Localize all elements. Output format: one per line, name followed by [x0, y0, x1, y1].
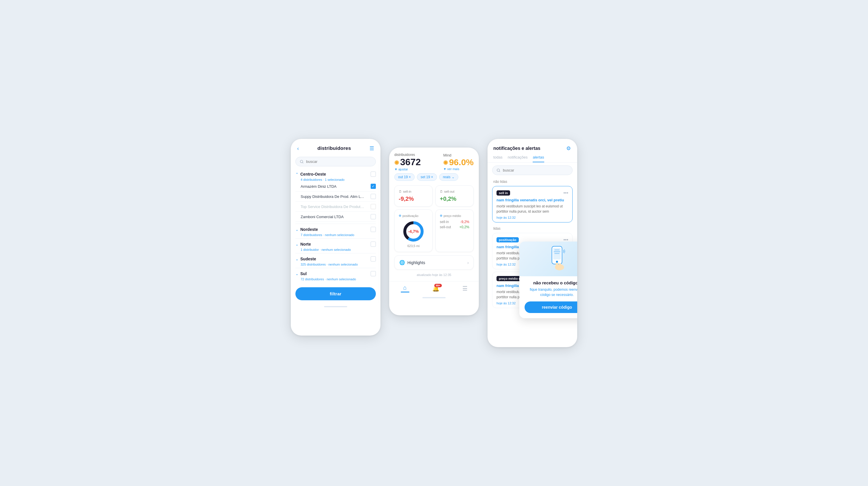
globe-icon: 🌐 [399, 260, 405, 265]
checkbox-armazem[interactable]: ✓ [371, 184, 376, 189]
search-input-1[interactable] [306, 159, 372, 164]
preco-icon: ⊕ [440, 214, 442, 218]
notif-badge: 99+ [434, 284, 441, 287]
region-sul: ⌄ Sul 72 distribuidores · nenhum selecio… [296, 270, 376, 281]
svg-rect-14 [556, 263, 558, 268]
distributor-name-topservice: Top Service Distribuidora De Produtos De… [301, 204, 364, 209]
region-nordeste: ⌄ Nordeste 7 distribuidores · nenhum sel… [296, 226, 376, 237]
svg-point-9 [556, 261, 558, 263]
sellin-icon: 🗒 [399, 190, 402, 193]
checkbox-topservice[interactable] [371, 204, 376, 209]
region-sub-sul: 72 distribuidores · nenhum selecionado [301, 278, 376, 281]
region-norte: ⌄ Norte 1 distribuidor · nenhum selecion… [296, 240, 376, 251]
num-icon: ◉ [394, 159, 399, 165]
region-header-norte[interactable]: ⌄ Norte [296, 240, 376, 248]
popup-subtitle: fique tranquilo, podemos reenviar o códi… [525, 287, 577, 297]
nav-indicator [401, 292, 409, 292]
sell-out-card: 🗒 sell-out +0,2% [435, 186, 474, 206]
nav-list-button[interactable]: ☰ [462, 285, 468, 292]
distributor-name-suppy: Suppy Distribuidora De Prod. Alim LTDA [301, 194, 364, 199]
nav-home-button[interactable]: ⌂ [401, 284, 409, 292]
svg-point-5 [497, 169, 500, 171]
notif-title-0: nam fringilla venenatis orci, vel pretiu [496, 198, 568, 202]
filter-list-icon[interactable]: ☰ [369, 144, 375, 152]
region-sub-nordeste: 7 distribuidores · nenhum selecionado [301, 233, 376, 237]
p2-brand-col: distribuidores ◉ 3672 ▼ ajustar [394, 153, 421, 171]
search-input-3[interactable] [503, 168, 568, 172]
phone3-title: notificações e alertas [493, 146, 540, 151]
distributor-suppy[interactable]: Suppy Distribuidora De Prod. Alim LTDA [296, 192, 376, 202]
checkbox-suppy[interactable] [371, 194, 376, 199]
chevron-currency-icon: ⌄ [452, 175, 455, 179]
checkbox-zamboni[interactable] [371, 214, 376, 219]
region-header-sul[interactable]: ⌄ Sul [296, 270, 376, 278]
mind-label: Mind [443, 153, 474, 157]
region-header-nordeste[interactable]: ⌄ Nordeste [296, 226, 376, 233]
metrics-grid: 🗒 sell-in -9,2% 🗒 sell-out +0,2% ⊕ posit… [389, 184, 479, 254]
sellin-value: -9,2% [399, 196, 428, 202]
highlights-card[interactable]: 🌐 Highlights › [394, 255, 474, 270]
region-sub-sudeste: 325 distribuidores · nenhum selecionado [301, 263, 376, 266]
svg-rect-12 [554, 253, 560, 254]
preco-sellin-row: sell-in -9,2% [440, 220, 469, 224]
resend-code-button[interactable]: reenviar código [525, 301, 577, 313]
phone-notifications: notificações e alertas ⚙ todas notificaç… [488, 139, 577, 347]
region-checkbox-sul[interactable] [371, 271, 376, 276]
tab-notificacoes[interactable]: notificações [508, 155, 528, 162]
back-button[interactable]: ‹ [297, 145, 300, 152]
region-checkbox-sudeste[interactable] [371, 256, 376, 261]
chevron-norte-icon: ⌄ [296, 242, 299, 247]
distributor-topservice[interactable]: Top Service Distribuidora De Produtos De… [296, 202, 376, 212]
positivacao-icon: ⊕ [399, 214, 401, 218]
phone1-title: distribuidores [317, 145, 351, 151]
svg-rect-10 [554, 250, 560, 251]
date-chip-out19[interactable]: out 19 × [394, 173, 414, 181]
region-header-sudeste[interactable]: ⌄ Sudeste [296, 255, 376, 263]
region-checkbox-norte[interactable] [371, 241, 376, 247]
ajustar-link[interactable]: ▼ ajustar [394, 167, 421, 171]
svg-rect-11 [554, 251, 560, 252]
chevron-right-highlights-icon: › [467, 260, 469, 265]
p2-percent-col: Mind ◉ 96.0% ▼ ver mais [443, 153, 474, 171]
nav-notifications-button[interactable]: 🔔 99+ [432, 285, 439, 292]
chevron-nordeste-icon: ⌄ [296, 227, 299, 232]
phone3-tabs: todas notificações alertas [488, 155, 577, 163]
p2-brand-label: distribuidores [394, 153, 421, 157]
popup-body: não recebeu o código? fique tranquilo, p… [519, 276, 577, 318]
sellout-icon: 🗒 [440, 190, 443, 193]
divider-1 [296, 224, 376, 224]
positivacao-card: ⊕ positivação -4,7% 623,5 mi [394, 209, 433, 252]
big-percent: ◉ 96.0% [443, 157, 474, 167]
region-name-nordeste: Nordeste [300, 227, 318, 232]
scroll-indicator-2 [423, 297, 445, 298]
phone-distribuidores: ‹ distribuidores ☰ ⌃ Centro-Oeste 4 dist… [291, 139, 380, 335]
filter-button[interactable]: filtrar [296, 287, 376, 300]
notification-unread-0[interactable]: sell in ••• nam fringilla venenatis orci… [492, 186, 572, 223]
popup-title: não recebeu o código? [525, 280, 577, 285]
region-name-sul: Sul [300, 271, 307, 276]
distributor-zamboni[interactable]: Zamboni Comercial LTDA [296, 212, 376, 222]
search-icon-1 [300, 160, 304, 164]
unread-section-label: não lidas [488, 178, 577, 185]
date-chip-set19[interactable]: set 19 × [417, 173, 437, 181]
region-checkbox-nordeste[interactable] [371, 227, 376, 232]
ver-mais-link[interactable]: ▼ ver mais [443, 167, 474, 171]
region-checkbox-centro-oeste[interactable] [371, 171, 376, 177]
donut-center-value: -4,7% [408, 229, 419, 234]
divider-2 [296, 238, 376, 239]
notif-dots-0[interactable]: ••• [563, 190, 568, 196]
region-centro-oeste: ⌃ Centro-Oeste 4 distribuidores · 1 sele… [296, 170, 376, 222]
region-header-centro-oeste[interactable]: ⌃ Centro-Oeste [296, 170, 376, 178]
region-name-norte: Norte [300, 242, 311, 247]
chevron-sudeste-icon: ⌄ [296, 257, 299, 261]
svg-line-6 [499, 171, 500, 172]
notif-time-0: hoje às 12:32 [496, 216, 568, 219]
tab-todas[interactable]: todas [493, 155, 503, 162]
resend-code-popup: ✕ [519, 241, 577, 318]
currency-chip[interactable]: reais ⌄ [439, 173, 458, 181]
search-bar-3 [492, 165, 572, 175]
tab-alertas[interactable]: alertas [533, 155, 544, 162]
list-icon: ☰ [462, 285, 468, 292]
settings-icon[interactable]: ⚙ [566, 144, 571, 152]
distributor-armazem[interactable]: Armazém Diniz LTDA ✓ [296, 182, 376, 192]
